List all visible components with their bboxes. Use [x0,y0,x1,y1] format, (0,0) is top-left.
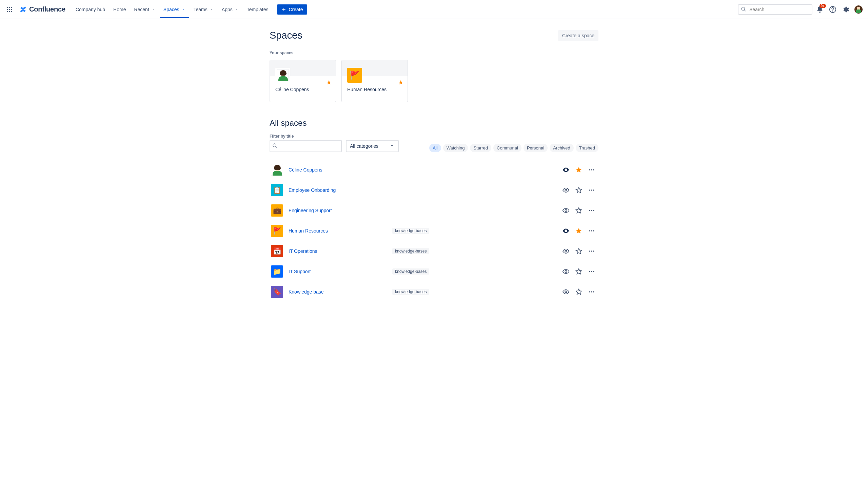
svg-point-7 [9,11,10,12]
star-button[interactable] [574,185,584,196]
star-button[interactable] [574,164,584,175]
svg-point-36 [593,271,594,272]
more-actions-button[interactable] [586,266,597,277]
star-icon[interactable]: ★ [326,78,332,86]
nav-item-apps[interactable]: Apps [218,1,242,18]
filter-pill-all[interactable]: All [429,144,441,152]
svg-point-0 [7,7,8,8]
filter-input-wrap [270,140,342,152]
page-title: Spaces [270,30,302,41]
star-button[interactable] [574,226,584,236]
space-card[interactable]: 🚩★Human Resources [341,60,408,102]
filter-pill-trashed[interactable]: Trashed [576,144,598,152]
space-name-link[interactable]: Engineering Support [289,208,387,213]
nav-item-label: Templates [247,7,269,12]
category-select[interactable]: All categories [346,140,399,152]
settings-button[interactable] [840,4,851,15]
nav-item-label: Spaces [163,7,179,12]
filter-pill-watching[interactable]: Watching [443,144,468,152]
person-avatar-icon [275,68,290,83]
space-name-link[interactable]: IT Operations [289,249,387,254]
space-name-link[interactable]: Human Resources [289,228,387,233]
space-icon: 💼 [271,205,283,217]
watch-button[interactable] [560,164,571,175]
star-button[interactable] [574,286,584,297]
more-actions-button[interactable] [586,164,597,175]
watch-button[interactable] [560,266,571,277]
svg-point-27 [591,230,592,231]
svg-point-19 [591,189,592,190]
profile-button[interactable] [853,4,864,15]
nav-item-templates[interactable]: Templates [244,1,272,18]
watch-button[interactable] [560,185,571,196]
row-actions [560,286,597,297]
nav-item-teams[interactable]: Teams [190,1,217,18]
row-actions [560,246,597,256]
nav-item-spaces[interactable]: Spaces [160,1,189,18]
card-header: 🚩★ [342,60,407,76]
space-name-link[interactable]: Employee Onboarding [289,187,387,193]
top-nav: Confluence Company hubHomeRecentSpacesTe… [0,0,868,19]
app-switcher-icon[interactable] [4,4,15,15]
svg-point-32 [593,251,594,251]
avatar [855,6,862,13]
star-button[interactable] [574,205,584,216]
filter-pill-personal[interactable]: Personal [524,144,548,152]
help-button[interactable] [827,4,838,15]
star-icon[interactable]: ★ [398,78,403,86]
notifications-button[interactable]: 9+ [814,4,825,15]
filter-pills: AllWatchingStarredCommunalPersonalArchiv… [429,144,598,152]
space-icon: 🔖 [271,286,283,298]
star-button[interactable] [574,246,584,256]
all-spaces-heading: All spaces [270,118,598,128]
star-button[interactable] [574,266,584,277]
space-row: 📋Employee Onboarding [270,180,598,200]
space-card[interactable]: ★Céline Coppens [270,60,336,102]
space-row: Céline Coppens [270,160,598,180]
gear-icon [842,6,849,13]
create-button[interactable]: Create [277,4,307,14]
confluence-logo[interactable]: Confluence [16,6,68,13]
search-icon [272,143,278,149]
more-actions-button[interactable] [586,226,597,236]
search-input[interactable] [738,4,813,15]
svg-point-24 [593,210,594,211]
svg-point-8 [11,11,12,12]
svg-point-20 [593,189,594,190]
filter-pill-archived[interactable]: Archived [550,144,574,152]
watch-button[interactable] [560,286,571,297]
svg-point-13 [565,169,567,170]
more-actions-button[interactable] [586,286,597,297]
filter-pill-starred[interactable]: Starred [470,144,491,152]
space-name-link[interactable]: Céline Coppens [289,167,387,172]
nav-item-label: Teams [194,7,207,12]
flag-icon: 🚩 [347,68,362,83]
watch-button[interactable] [560,246,571,256]
watch-button[interactable] [560,205,571,216]
svg-point-9 [742,7,745,10]
person-avatar-icon [271,164,283,176]
more-actions-button[interactable] [586,205,597,216]
space-name-link[interactable]: Knowledge base [289,289,387,295]
nav-item-recent[interactable]: Recent [131,1,158,18]
space-icon: 📁 [271,265,283,277]
nav-item-home[interactable]: Home [110,1,129,18]
watch-button[interactable] [560,226,571,236]
filter-title-input[interactable] [270,140,342,152]
space-list: Céline Coppens📋Employee Onboarding💼Engin… [270,160,598,302]
svg-point-14 [589,169,590,170]
create-space-button[interactable]: Create a space [558,30,598,41]
nav-item-label: Apps [222,7,232,12]
space-icon: 📋 [271,184,283,196]
filter-title-column: Filter by title [270,134,342,152]
space-name-link[interactable]: IT Support [289,269,387,274]
space-tag: knowledge-bases [392,289,429,295]
svg-point-37 [565,291,567,293]
nav-item-company-hub[interactable]: Company hub [72,1,108,18]
svg-point-40 [593,291,594,292]
svg-point-35 [591,271,592,272]
confluence-icon [19,6,27,13]
filter-pill-communal[interactable]: Communal [493,144,521,152]
more-actions-button[interactable] [586,185,597,196]
more-actions-button[interactable] [586,246,597,256]
